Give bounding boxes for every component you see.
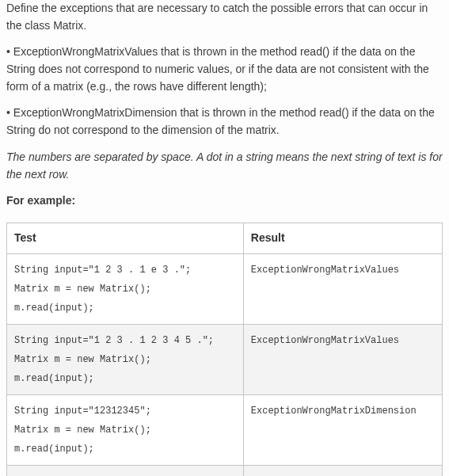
result-cell: ExceptionWrongMatrixValues [243,253,442,324]
test-cell: String input="1 2 . 3 4 ."; Matrix m = n… [7,465,244,476]
table-row: String input="1 2 3 . 1 2 3 4 5 ."; Matr… [7,324,443,394]
bullet-1: • ExceptionWrongMatrixValues that is thr… [6,44,443,95]
result-cell: 1 2 3 4 [243,465,442,476]
format-note: The numbers are separated by space. A do… [6,149,443,183]
table-header-result: Result [243,223,442,253]
example-table: Test Result String input="1 2 3 . 1 e 3 … [6,223,443,476]
table-row: String input="12312345"; Matrix m = new … [7,394,443,465]
table-row: String input="1 2 . 3 4 ."; Matrix m = n… [7,465,443,476]
test-cell: String input="1 2 3 . 1 2 3 4 5 ."; Matr… [7,324,244,394]
result-cell: ExceptionWrongMatrixValues [243,324,442,394]
example-label: For example: [6,192,443,210]
test-cell: String input="1 2 3 . 1 e 3 ."; Matrix m… [7,253,244,324]
table-header-test: Test [7,223,244,253]
bullet-2: • ExceptionWrongMatrixDimension that is … [6,105,443,139]
result-cell: ExceptionWrongMatrixDimension [243,394,442,465]
table-row: String input="1 2 3 . 1 e 3 ."; Matrix m… [7,253,443,324]
example-label-strong: For example: [6,194,75,207]
intro-text: Define the exceptions that are necessary… [6,0,443,34]
test-cell: String input="12312345"; Matrix m = new … [7,394,244,465]
